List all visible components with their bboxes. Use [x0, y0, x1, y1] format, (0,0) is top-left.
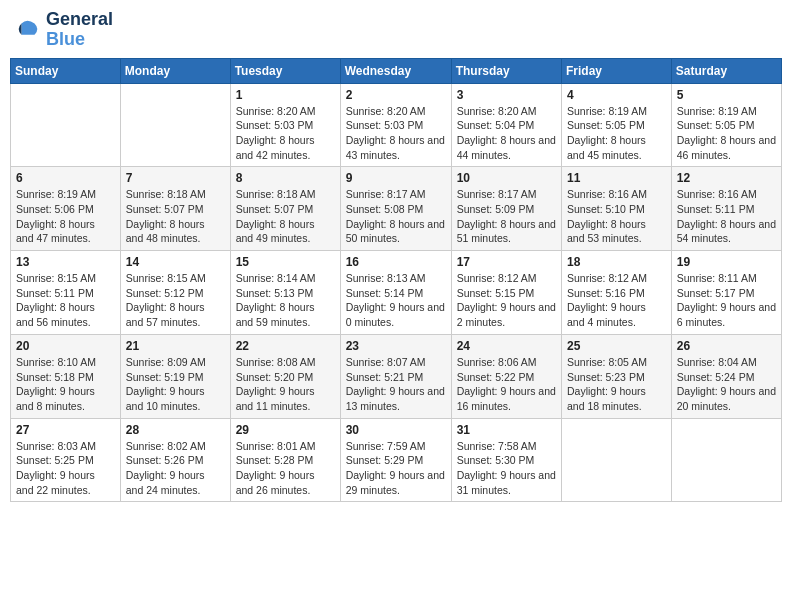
day-number: 17 [457, 255, 556, 269]
calendar-cell: 24Sunrise: 8:06 AM Sunset: 5:22 PM Dayli… [451, 334, 561, 418]
calendar-cell: 17Sunrise: 8:12 AM Sunset: 5:15 PM Dayli… [451, 251, 561, 335]
day-info: Sunrise: 8:20 AM Sunset: 5:03 PM Dayligh… [236, 104, 335, 163]
day-number: 6 [16, 171, 115, 185]
day-info: Sunrise: 8:01 AM Sunset: 5:28 PM Dayligh… [236, 439, 335, 498]
calendar-cell: 30Sunrise: 7:59 AM Sunset: 5:29 PM Dayli… [340, 418, 451, 502]
weekday-header: Saturday [671, 58, 781, 83]
day-info: Sunrise: 8:12 AM Sunset: 5:15 PM Dayligh… [457, 271, 556, 330]
day-number: 20 [16, 339, 115, 353]
day-number: 4 [567, 88, 666, 102]
calendar-cell: 21Sunrise: 8:09 AM Sunset: 5:19 PM Dayli… [120, 334, 230, 418]
day-number: 5 [677, 88, 776, 102]
day-info: Sunrise: 7:59 AM Sunset: 5:29 PM Dayligh… [346, 439, 446, 498]
day-info: Sunrise: 7:58 AM Sunset: 5:30 PM Dayligh… [457, 439, 556, 498]
day-number: 15 [236, 255, 335, 269]
day-info: Sunrise: 8:19 AM Sunset: 5:05 PM Dayligh… [677, 104, 776, 163]
day-info: Sunrise: 8:16 AM Sunset: 5:11 PM Dayligh… [677, 187, 776, 246]
day-info: Sunrise: 8:06 AM Sunset: 5:22 PM Dayligh… [457, 355, 556, 414]
day-number: 27 [16, 423, 115, 437]
calendar: SundayMondayTuesdayWednesdayThursdayFrid… [10, 58, 782, 503]
calendar-cell: 19Sunrise: 8:11 AM Sunset: 5:17 PM Dayli… [671, 251, 781, 335]
calendar-cell: 6Sunrise: 8:19 AM Sunset: 5:06 PM Daylig… [11, 167, 121, 251]
calendar-cell: 27Sunrise: 8:03 AM Sunset: 5:25 PM Dayli… [11, 418, 121, 502]
day-number: 31 [457, 423, 556, 437]
day-info: Sunrise: 8:13 AM Sunset: 5:14 PM Dayligh… [346, 271, 446, 330]
calendar-cell: 8Sunrise: 8:18 AM Sunset: 5:07 PM Daylig… [230, 167, 340, 251]
calendar-cell: 11Sunrise: 8:16 AM Sunset: 5:10 PM Dayli… [562, 167, 672, 251]
day-number: 13 [16, 255, 115, 269]
calendar-cell [671, 418, 781, 502]
day-number: 24 [457, 339, 556, 353]
day-info: Sunrise: 8:08 AM Sunset: 5:20 PM Dayligh… [236, 355, 335, 414]
logo: General Blue [14, 10, 113, 50]
day-number: 11 [567, 171, 666, 185]
day-number: 29 [236, 423, 335, 437]
day-number: 8 [236, 171, 335, 185]
day-info: Sunrise: 8:18 AM Sunset: 5:07 PM Dayligh… [126, 187, 225, 246]
weekday-header: Thursday [451, 58, 561, 83]
calendar-cell: 5Sunrise: 8:19 AM Sunset: 5:05 PM Daylig… [671, 83, 781, 167]
day-info: Sunrise: 8:17 AM Sunset: 5:08 PM Dayligh… [346, 187, 446, 246]
day-info: Sunrise: 8:18 AM Sunset: 5:07 PM Dayligh… [236, 187, 335, 246]
day-info: Sunrise: 8:15 AM Sunset: 5:12 PM Dayligh… [126, 271, 225, 330]
calendar-cell: 28Sunrise: 8:02 AM Sunset: 5:26 PM Dayli… [120, 418, 230, 502]
day-info: Sunrise: 8:11 AM Sunset: 5:17 PM Dayligh… [677, 271, 776, 330]
calendar-cell: 20Sunrise: 8:10 AM Sunset: 5:18 PM Dayli… [11, 334, 121, 418]
calendar-week: 6Sunrise: 8:19 AM Sunset: 5:06 PM Daylig… [11, 167, 782, 251]
day-number: 7 [126, 171, 225, 185]
weekday-header: Friday [562, 58, 672, 83]
logo-icon [14, 16, 42, 44]
day-number: 12 [677, 171, 776, 185]
day-number: 10 [457, 171, 556, 185]
day-info: Sunrise: 8:20 AM Sunset: 5:03 PM Dayligh… [346, 104, 446, 163]
day-info: Sunrise: 8:07 AM Sunset: 5:21 PM Dayligh… [346, 355, 446, 414]
day-info: Sunrise: 8:14 AM Sunset: 5:13 PM Dayligh… [236, 271, 335, 330]
day-info: Sunrise: 8:03 AM Sunset: 5:25 PM Dayligh… [16, 439, 115, 498]
calendar-cell [11, 83, 121, 167]
weekday-header: Wednesday [340, 58, 451, 83]
calendar-cell: 9Sunrise: 8:17 AM Sunset: 5:08 PM Daylig… [340, 167, 451, 251]
weekday-header: Monday [120, 58, 230, 83]
calendar-cell: 13Sunrise: 8:15 AM Sunset: 5:11 PM Dayli… [11, 251, 121, 335]
day-info: Sunrise: 8:16 AM Sunset: 5:10 PM Dayligh… [567, 187, 666, 246]
calendar-cell: 7Sunrise: 8:18 AM Sunset: 5:07 PM Daylig… [120, 167, 230, 251]
calendar-week: 27Sunrise: 8:03 AM Sunset: 5:25 PM Dayli… [11, 418, 782, 502]
day-info: Sunrise: 8:04 AM Sunset: 5:24 PM Dayligh… [677, 355, 776, 414]
day-info: Sunrise: 8:15 AM Sunset: 5:11 PM Dayligh… [16, 271, 115, 330]
day-info: Sunrise: 8:02 AM Sunset: 5:26 PM Dayligh… [126, 439, 225, 498]
day-info: Sunrise: 8:19 AM Sunset: 5:06 PM Dayligh… [16, 187, 115, 246]
weekday-header: Tuesday [230, 58, 340, 83]
calendar-cell: 22Sunrise: 8:08 AM Sunset: 5:20 PM Dayli… [230, 334, 340, 418]
day-number: 23 [346, 339, 446, 353]
day-number: 2 [346, 88, 446, 102]
calendar-body: 1Sunrise: 8:20 AM Sunset: 5:03 PM Daylig… [11, 83, 782, 502]
calendar-week: 13Sunrise: 8:15 AM Sunset: 5:11 PM Dayli… [11, 251, 782, 335]
calendar-cell: 15Sunrise: 8:14 AM Sunset: 5:13 PM Dayli… [230, 251, 340, 335]
calendar-cell: 18Sunrise: 8:12 AM Sunset: 5:16 PM Dayli… [562, 251, 672, 335]
calendar-cell: 12Sunrise: 8:16 AM Sunset: 5:11 PM Dayli… [671, 167, 781, 251]
calendar-cell: 31Sunrise: 7:58 AM Sunset: 5:30 PM Dayli… [451, 418, 561, 502]
day-info: Sunrise: 8:05 AM Sunset: 5:23 PM Dayligh… [567, 355, 666, 414]
calendar-cell: 4Sunrise: 8:19 AM Sunset: 5:05 PM Daylig… [562, 83, 672, 167]
calendar-cell: 16Sunrise: 8:13 AM Sunset: 5:14 PM Dayli… [340, 251, 451, 335]
day-info: Sunrise: 8:12 AM Sunset: 5:16 PM Dayligh… [567, 271, 666, 330]
day-number: 16 [346, 255, 446, 269]
day-number: 26 [677, 339, 776, 353]
calendar-cell: 29Sunrise: 8:01 AM Sunset: 5:28 PM Dayli… [230, 418, 340, 502]
calendar-cell [120, 83, 230, 167]
weekday-header: Sunday [11, 58, 121, 83]
day-number: 30 [346, 423, 446, 437]
day-info: Sunrise: 8:20 AM Sunset: 5:04 PM Dayligh… [457, 104, 556, 163]
calendar-cell: 26Sunrise: 8:04 AM Sunset: 5:24 PM Dayli… [671, 334, 781, 418]
calendar-cell: 10Sunrise: 8:17 AM Sunset: 5:09 PM Dayli… [451, 167, 561, 251]
day-number: 1 [236, 88, 335, 102]
day-number: 3 [457, 88, 556, 102]
day-number: 22 [236, 339, 335, 353]
calendar-cell: 1Sunrise: 8:20 AM Sunset: 5:03 PM Daylig… [230, 83, 340, 167]
weekday-row: SundayMondayTuesdayWednesdayThursdayFrid… [11, 58, 782, 83]
calendar-cell: 14Sunrise: 8:15 AM Sunset: 5:12 PM Dayli… [120, 251, 230, 335]
day-number: 19 [677, 255, 776, 269]
page-header: General Blue [10, 10, 782, 50]
day-number: 25 [567, 339, 666, 353]
calendar-cell: 2Sunrise: 8:20 AM Sunset: 5:03 PM Daylig… [340, 83, 451, 167]
